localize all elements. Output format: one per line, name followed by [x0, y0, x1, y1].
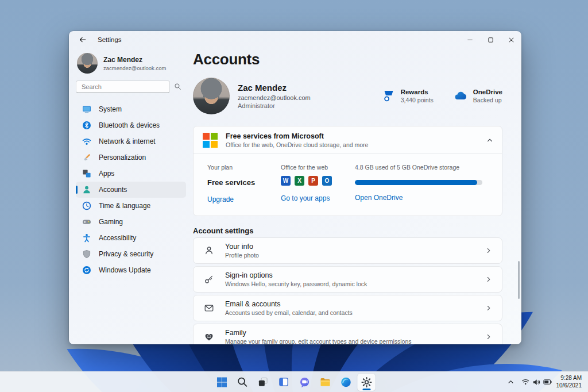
rewards-badge[interactable]: Rewards 3,440 points — [382, 89, 434, 103]
search-input[interactable] — [76, 80, 170, 93]
row-family[interactable]: Family Manage your family group, edit ac… — [193, 324, 502, 344]
row-email-accounts[interactable]: Email & accounts Accounts used by email,… — [193, 295, 502, 321]
sidebar-item-label: Gaming — [99, 218, 123, 226]
account-hero: Zac Mendez zacmendez@outlook.com Adminis… — [193, 78, 502, 114]
sidebar-item-network-internet[interactable]: Network & internet — [76, 133, 186, 149]
update-icon — [82, 266, 91, 275]
profile-name: Zac Mendez — [238, 83, 311, 93]
profile-avatar — [193, 78, 230, 114]
rewards-label: Rewards — [401, 89, 434, 95]
file-explorer-button[interactable] — [316, 374, 334, 391]
chevron-right-icon — [485, 304, 493, 312]
edge-icon — [340, 376, 351, 388]
storage-column: 4.8 GB used of 5 GB OneDrive storage Ope… — [355, 164, 493, 204]
onedrive-badge[interactable]: OneDrive Backed up — [453, 89, 502, 103]
widgets-button[interactable] — [275, 374, 293, 391]
paintbrush-icon — [82, 153, 91, 162]
open-onedrive-link[interactable]: Open OneDrive — [355, 194, 403, 202]
active-app-indicator — [362, 389, 370, 390]
shield-icon — [82, 249, 91, 259]
clock[interactable]: 9:28 AM 10/6/2021 — [556, 375, 582, 389]
go-to-apps-link[interactable]: Go to your apps — [281, 194, 330, 202]
powerpoint-icon[interactable]: P — [308, 176, 318, 186]
sidebar-item-accessibility[interactable]: Accessibility — [76, 230, 186, 246]
sidebar-item-bluetooth-devices[interactable]: Bluetooth & devices — [76, 117, 186, 133]
maximize-button[interactable] — [480, 31, 501, 48]
free-services-header[interactable]: Free services from Microsoft Office for … — [194, 126, 502, 153]
sidebar-item-label: Accounts — [99, 186, 127, 194]
free-services-body: Your plan Free services Upgrade Office f… — [194, 154, 502, 216]
file-explorer-icon — [319, 376, 331, 388]
sidebar: Zac Mendez zacmendez@outlook.com System — [69, 48, 193, 344]
accessibility-icon — [82, 233, 91, 243]
task-view-button[interactable] — [254, 374, 272, 391]
start-button[interactable] — [213, 374, 231, 391]
section-title-account-settings: Account settings — [193, 226, 502, 235]
onedrive-status: Backed up — [473, 97, 502, 103]
tray-status-area[interactable] — [521, 374, 552, 391]
settings-taskbar-button[interactable] — [358, 374, 376, 391]
sidebar-item-label: Accessibility — [99, 234, 136, 242]
edge-button[interactable] — [337, 374, 355, 391]
row-subtitle: Windows Hello, security key, password, d… — [225, 280, 367, 287]
sidebar-nav: System Bluetooth & devices Network & int… — [76, 101, 186, 278]
accounts-icon — [82, 185, 91, 194]
rewards-icon — [382, 89, 396, 103]
sidebar-item-system[interactable]: System — [76, 101, 186, 117]
plan-column: Your plan Free services Upgrade — [207, 164, 281, 204]
upgrade-link[interactable]: Upgrade — [207, 195, 234, 203]
sidebar-item-label: Network & internet — [99, 137, 156, 145]
sidebar-item-personalization[interactable]: Personalization — [76, 149, 186, 166]
sidebar-item-time-language[interactable]: Time & language — [76, 198, 186, 214]
row-subtitle: Manage your family group, edit account t… — [225, 338, 412, 344]
scrollbar-thumb[interactable] — [518, 261, 520, 299]
avatar — [77, 53, 98, 74]
sidebar-item-apps[interactable]: Apps — [76, 166, 186, 182]
chat-button[interactable] — [296, 374, 314, 391]
hidden-icons-button[interactable] — [505, 374, 517, 391]
row-your-info[interactable]: Your info Profile photo — [193, 237, 502, 264]
back-button[interactable] — [76, 33, 90, 46]
sidebar-user-email: zacmendez@outlook.com — [103, 65, 166, 71]
sidebar-item-label: Bluetooth & devices — [99, 121, 160, 129]
window-title: Settings — [98, 36, 122, 43]
sidebar-item-label: Privacy & security — [99, 250, 153, 258]
tray-time: 9:28 AM — [556, 375, 582, 382]
sidebar-user-name: Zac Mendez — [103, 56, 166, 64]
maximize-icon — [488, 37, 494, 43]
sidebar-item-windows-update[interactable]: Windows Update — [76, 262, 186, 278]
row-title: Email & accounts — [225, 300, 353, 308]
search-icon — [237, 376, 248, 387]
office-column: Office for the web W X P O Go to your ap… — [281, 164, 355, 204]
sidebar-profile[interactable]: Zac Mendez zacmendez@outlook.com — [76, 51, 186, 80]
taskbar-apps — [213, 374, 376, 391]
person-icon — [204, 245, 215, 256]
mail-icon — [204, 303, 215, 313]
tray-date: 10/6/2021 — [556, 382, 582, 390]
row-title: Sign-in options — [225, 271, 367, 279]
sidebar-item-gaming[interactable]: Gaming — [76, 214, 186, 230]
excel-icon[interactable]: X — [295, 176, 304, 186]
close-button[interactable] — [501, 31, 521, 48]
outlook-icon[interactable]: O — [322, 176, 332, 186]
free-services-subtitle: Office for the web, OneDrive cloud stora… — [226, 141, 368, 148]
minimize-button[interactable] — [459, 31, 480, 48]
row-title: Your info — [225, 243, 259, 251]
onedrive-label: OneDrive — [473, 89, 502, 95]
taskbar-search-button[interactable] — [234, 374, 252, 391]
row-sign-in-options[interactable]: Sign-in options Windows Hello, security … — [193, 266, 502, 293]
microsoft-logo-icon — [203, 133, 218, 148]
search-icon — [174, 83, 181, 90]
plan-value: Free services — [207, 178, 281, 187]
bluetooth-icon — [82, 121, 91, 130]
sidebar-item-accounts[interactable]: Accounts — [76, 182, 186, 198]
wifi-icon — [521, 378, 529, 386]
chevron-up-icon — [507, 378, 514, 386]
word-icon[interactable]: W — [281, 176, 291, 186]
page-title: Accounts — [193, 51, 502, 68]
chevron-right-icon — [485, 333, 493, 341]
sidebar-item-privacy-security[interactable]: Privacy & security — [76, 246, 186, 262]
caption-controls — [459, 31, 521, 48]
profile-role: Administrator — [238, 102, 311, 109]
storage-progress-bar — [355, 180, 482, 185]
